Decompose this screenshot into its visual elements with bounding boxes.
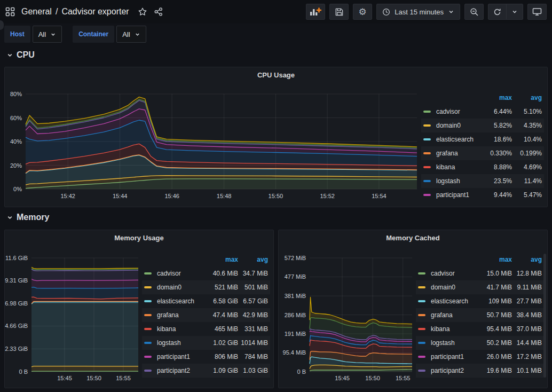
svg-text:572 MiB: 572 MiB [285, 255, 306, 261]
host-variable-label[interactable]: Host [4, 26, 30, 43]
legend-item-logstash[interactable]: logstash [157, 339, 203, 347]
sidebar-toggle-handle[interactable] [0, 20, 4, 30]
svg-text:4.66 GiB: 4.66 GiB [5, 323, 28, 329]
svg-text:381 MiB: 381 MiB [285, 293, 306, 299]
dashboard-title[interactable]: Cadvisor exporter [61, 7, 129, 17]
legend-item-participant1[interactable]: participant1 [157, 353, 203, 360]
refresh-icon [493, 8, 501, 16]
legend-item-elasticsearch[interactable]: elasticsearch [157, 297, 203, 305]
share-icon[interactable] [154, 7, 163, 17]
legend-max-value: 9.44% [477, 191, 512, 199]
svg-text:0%: 0% [13, 186, 22, 192]
time-range-picker[interactable]: Last 15 minutes [376, 4, 460, 20]
legend-item-cadvisor[interactable]: cadvisor [431, 270, 477, 277]
legend-max-value: 8.88% [477, 163, 512, 171]
dashboard-settings-button[interactable]: ⚙ [353, 4, 372, 20]
legend-item-logstash[interactable]: logstash [436, 177, 477, 185]
series-color-swatch [423, 124, 431, 127]
legend-row-participant1: participant126.0 MiB17.2 MiB [416, 350, 544, 364]
legend-item-grafana[interactable]: grafana [157, 311, 203, 319]
legend-max-value: 19.6 MiB [477, 367, 512, 374]
series-color-swatch [423, 180, 431, 182]
legend-item-cadvisor[interactable]: cadvisor [157, 270, 203, 277]
legend-item-elasticsearch[interactable]: elasticsearch [431, 297, 477, 305]
legend-item-domain0[interactable]: domain0 [436, 122, 477, 129]
svg-text:286 MiB: 286 MiB [285, 312, 306, 318]
save-dashboard-button[interactable] [329, 4, 349, 20]
row-header-memory[interactable]: Memory [6, 213, 49, 222]
legend-row-kibana: kibana465 MiB331 MiB [142, 322, 270, 336]
legend-column-max[interactable]: max [477, 256, 512, 263]
container-variable-label[interactable]: Container [73, 26, 114, 43]
chevron-down-icon [6, 214, 13, 221]
series-color-swatch [418, 342, 425, 344]
legend-item-participant1[interactable]: participant1 [436, 191, 477, 199]
legend-item-logstash[interactable]: logstash [431, 339, 477, 347]
legend-max-value: 23.5% [477, 177, 512, 185]
add-panel-icon [310, 7, 321, 17]
series-color-swatch [423, 138, 431, 140]
breadcrumb: General / Cadvisor exporter [21, 7, 129, 17]
svg-text:191 MiB: 191 MiB [285, 331, 306, 337]
legend-item-cadvisor[interactable]: cadvisor [436, 108, 477, 115]
cycle-view-mode-button[interactable] [527, 4, 547, 20]
series-color-swatch [418, 370, 425, 372]
legend-item-kibana[interactable]: kibana [436, 163, 477, 171]
chevron-down-icon [448, 9, 454, 15]
series-color-swatch [144, 342, 152, 344]
legend-column-avg[interactable]: avg [512, 256, 542, 263]
legend-item-kibana[interactable]: kibana [157, 325, 203, 333]
legend-column-avg[interactable]: avg [512, 94, 542, 101]
panel-memory-cached: Memory Cached 572 MiB477 MiB381 MiB286 M… [278, 230, 548, 388]
legend-max-value: 5.82% [477, 122, 512, 129]
legend-item-participant2[interactable]: participant2 [157, 367, 203, 374]
legend-header: maxavg [142, 253, 270, 266]
legend-row-grafana: grafana0.330%0.199% [421, 146, 544, 160]
legend-row-cadvisor: cadvisor40.6 MiB34.7 MiB [142, 266, 270, 280]
legend-avg-value: 12.8 MiB [512, 270, 542, 277]
apps-grid-icon[interactable] [5, 7, 15, 17]
legend-item-elasticsearch[interactable]: elasticsearch [436, 136, 477, 143]
legend-item-participant2[interactable]: participant2 [431, 367, 477, 374]
legend-column-max[interactable]: max [477, 94, 512, 101]
legend-header: maxavg [416, 253, 544, 266]
refresh-button[interactable] [488, 4, 506, 19]
legend-avg-value: 501 MiB [238, 284, 268, 291]
legend-avg-value: 6.57 GiB [238, 297, 268, 305]
container-variable-value: All [122, 30, 130, 38]
host-variable-select[interactable]: All [33, 26, 62, 43]
container-variable-select[interactable]: All [116, 26, 146, 43]
series-color-swatch [418, 314, 425, 316]
refresh-interval-dropdown[interactable] [506, 4, 523, 19]
legend-scrollbar[interactable] [543, 254, 546, 378]
legend-max-value: 6.44% [477, 108, 512, 115]
legend-row-elasticsearch: elasticsearch109 MiB27.7 MiB [416, 294, 544, 308]
add-panel-button[interactable] [306, 4, 325, 20]
legend-header: maxavg [421, 91, 544, 105]
series-color-swatch [418, 356, 425, 358]
legend-item-domain0[interactable]: domain0 [431, 284, 477, 291]
series-color-swatch [423, 166, 431, 168]
legend-item-participant1[interactable]: participant1 [431, 353, 477, 360]
chevron-down-icon [511, 9, 518, 15]
legend-item-grafana[interactable]: grafana [431, 311, 477, 319]
legend-column-max[interactable]: max [203, 256, 238, 263]
legend-avg-value: 784 MiB [238, 353, 268, 360]
breadcrumb-folder[interactable]: General [21, 7, 52, 17]
series-color-swatch [423, 111, 431, 113]
time-range-label: Last 15 minutes [395, 8, 444, 16]
series-color-swatch [418, 328, 425, 330]
legend-item-grafana[interactable]: grafana [436, 150, 477, 157]
star-icon[interactable] [138, 7, 147, 17]
row-title-memory: Memory [17, 213, 49, 222]
chevron-down-icon [6, 52, 13, 59]
svg-text:2.33 GiB: 2.33 GiB [5, 346, 28, 352]
legend-avg-value: 5.10% [512, 108, 542, 115]
legend-column-avg[interactable]: avg [238, 256, 268, 263]
svg-text:15:45: 15:45 [57, 375, 72, 381]
legend-item-domain0[interactable]: domain0 [157, 284, 203, 291]
legend-item-kibana[interactable]: kibana [431, 325, 477, 333]
container-variable: Container All [73, 26, 146, 43]
row-header-cpu[interactable]: CPU [6, 50, 35, 60]
zoom-out-time-button[interactable] [464, 4, 484, 20]
